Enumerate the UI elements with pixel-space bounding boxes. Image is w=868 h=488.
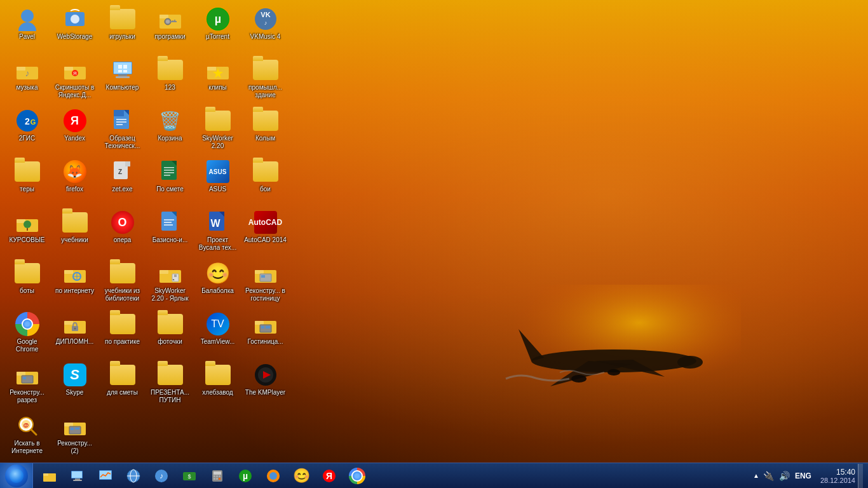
icon-tery[interactable]: теры <box>3 156 51 207</box>
taskbar-icon-network[interactable] <box>120 464 147 488</box>
icon-rekonstrugost-label: Реконстру... в гостиницу <box>243 287 287 302</box>
taskbar-icon-explorer[interactable] <box>36 464 63 488</box>
icon-igry[interactable]: игрульки <box>98 3 146 54</box>
show-desktop-button[interactable] <box>858 464 863 488</box>
svg-text:µ: µ <box>243 471 248 481</box>
taskbar-icon-calc[interactable] <box>204 464 231 488</box>
icon-123[interactable]: 123 <box>146 54 194 105</box>
icon-chrome-label: Google Chrome <box>5 338 49 353</box>
icon-po-internetu[interactable]: по интернету <box>51 257 98 308</box>
icon-rekonstruktsiya2-label: Реконстру... (2) <box>53 440 97 455</box>
icon-rekonstrurazrez[interactable]: Реконстру... разрез <box>3 359 51 410</box>
taskbar-icon-monitor[interactable] <box>64 464 91 488</box>
icon-po-praktike[interactable]: по практике <box>98 308 146 359</box>
icon-posmete[interactable]: По смете <box>146 156 194 207</box>
icon-chrome[interactable]: Google Chrome <box>3 308 51 359</box>
icon-autocad[interactable]: AutoCAD AutoCAD 2014 <box>241 207 289 257</box>
taskbar-icon-firefox[interactable] <box>260 464 287 488</box>
icon-muzika[interactable]: ♪ музыка <box>3 54 51 105</box>
icon-opera[interactable]: O опера <box>98 207 146 257</box>
taskbar-icon-chrome[interactable] <box>344 464 370 488</box>
svg-text:♪: ♪ <box>25 68 29 78</box>
icon-promzd[interactable]: промышл... здание <box>241 54 289 105</box>
icon-yandex-label: Yandex <box>64 135 85 142</box>
icon-kmplayer-label: The KMPlayer <box>245 389 285 396</box>
icon-proekt[interactable]: W Проект Вусала тех... <box>194 207 241 257</box>
icon-rekonstruktsiya2[interactable]: Реконстру... (2) <box>51 410 98 461</box>
icon-asus[interactable]: ASUS ASUS <box>194 156 241 207</box>
icon-skype[interactable]: S Skype <box>51 359 98 410</box>
icon-boty-label: боты <box>20 287 34 295</box>
svg-rect-38 <box>123 70 127 72</box>
icon-skyworker-yl[interactable]: SkyWorker 2.20 - Ярлык <box>146 257 194 308</box>
icon-firefox[interactable]: firefox <box>51 156 98 207</box>
tray-volume-icon[interactable]: 🔊 <box>778 470 791 482</box>
taskbar-icon-cash[interactable]: $ <box>176 464 203 488</box>
icon-zetexe[interactable]: Z zet.exe <box>98 156 146 207</box>
icon-obrazec[interactable]: Образец Техническ... <box>98 105 146 156</box>
svg-rect-58 <box>164 170 174 171</box>
icon-dlya-smety[interactable]: для сметы <box>98 359 146 410</box>
icon-uchebniki[interactable]: учебники <box>51 207 98 257</box>
icon-boty[interactable]: боты <box>3 257 51 308</box>
svg-rect-53 <box>125 161 130 166</box>
icon-vkmusic-label: VKMusic 4 <box>250 33 281 41</box>
icon-uchebniki-bib[interactable]: учебники из библиотеки <box>98 257 146 308</box>
svg-rect-68 <box>164 222 172 223</box>
taskbar-icon-torrent[interactable]: µ <box>232 464 259 488</box>
icon-korzina[interactable]: 🗑️ Корзина <box>146 105 194 156</box>
airplane-silhouette <box>487 285 741 412</box>
icon-khlebzavod[interactable]: хлебзавод <box>194 359 241 410</box>
icon-diplom[interactable]: ДИПЛОМН... <box>51 308 98 359</box>
taskbar-icon-smiley[interactable]: 😊 <box>288 464 315 488</box>
icon-fotochki[interactable]: фоточки <box>146 308 194 359</box>
icon-2gis[interactable]: 2 G 2ГИС <box>3 105 51 156</box>
icon-webstorage[interactable]: WebStorage <box>51 3 98 54</box>
svg-rect-110 <box>71 428 74 430</box>
icon-klipy[interactable]: клипы <box>194 54 241 105</box>
icon-pavel[interactable]: Pavel <box>3 3 51 54</box>
svg-rect-25 <box>17 67 25 71</box>
taskbar-icon-yandex[interactable]: Я <box>316 464 342 488</box>
icon-kolym-label: Колым <box>255 135 275 142</box>
icon-boi[interactable]: бои <box>241 156 289 207</box>
icon-uchebniki-bib-label: учебники из библиотеки <box>100 287 144 302</box>
icon-teamviewer[interactable]: TV TeamView... <box>194 308 241 359</box>
icon-gostinica[interactable]: Гостиница... <box>241 308 289 359</box>
svg-rect-84 <box>255 270 264 274</box>
icon-kolym[interactable]: Колым <box>241 105 289 156</box>
svg-rect-128 <box>214 471 221 475</box>
icon-po-internetu-label: по интернету <box>55 287 94 295</box>
desktop-icons-area: Pavel WebStorage игрульки <box>0 0 375 464</box>
start-button[interactable] <box>0 463 33 489</box>
svg-text:♪: ♪ <box>159 471 163 480</box>
svg-rect-132 <box>214 478 215 480</box>
icon-yandex[interactable]: Я Yandex <box>51 105 98 156</box>
taskbar-icon-music[interactable]: ♪ <box>148 464 175 488</box>
language-indicator[interactable]: ENG <box>795 471 811 480</box>
taskbar-icon-chart[interactable] <box>92 464 119 488</box>
icon-rekonstrugost[interactable]: Реконстру... в гостиницу <box>241 257 289 308</box>
clock-area[interactable]: 15:40 28.12.2014 <box>820 468 855 484</box>
icon-bazisnoi[interactable]: Базисно-и... <box>146 207 194 257</box>
svg-rect-17 <box>174 20 175 22</box>
icon-autocad-label: AutoCAD 2014 <box>244 236 287 244</box>
svg-rect-59 <box>164 172 174 173</box>
icon-prezenta[interactable]: ПРЕЗЕНТА... ПУТИН <box>146 359 194 410</box>
icon-skyworker[interactable]: SkyWorker 2.20 <box>194 105 241 156</box>
tray-expand-button[interactable]: ▲ <box>750 471 762 480</box>
svg-point-8 <box>21 10 34 22</box>
tray-network-icon[interactable]: 🔌 <box>762 470 775 482</box>
icon-klipy-label: клипы <box>208 84 227 92</box>
icon-vkmusic[interactable]: VK ♪ VKMusic 4 <box>241 3 289 54</box>
icon-diplom-label: ДИПЛОМН... <box>56 338 93 346</box>
icon-kmplayer[interactable]: The KMPlayer <box>241 359 289 410</box>
icon-iskat[interactable]: @ Искать в Интернете <box>3 410 51 461</box>
icon-kursovye[interactable]: КУРСОВЫЕ <box>3 207 51 257</box>
icon-balaболka[interactable]: 😊 Балаболка <box>194 257 241 308</box>
svg-rect-48 <box>116 119 126 120</box>
icon-skrinshoty[interactable]: Я Скриншоты в Яндекс.Д... <box>51 54 98 105</box>
icon-utorrent[interactable]: µ µTorrent <box>194 3 241 54</box>
icon-programki[interactable]: програмки <box>146 3 194 54</box>
icon-kompyuter[interactable]: Компьютер <box>98 54 146 105</box>
